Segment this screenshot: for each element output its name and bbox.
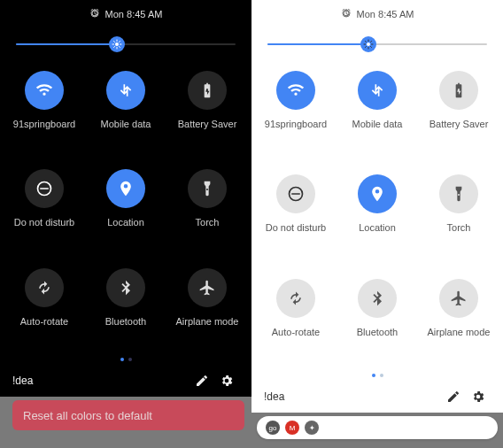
mobiledata-icon[interactable] bbox=[358, 71, 397, 110]
wifi-icon[interactable] bbox=[25, 71, 64, 110]
tile-airplane[interactable]: Airplane mode bbox=[418, 279, 499, 367]
tile-label: Torch bbox=[447, 222, 471, 233]
tile-label: Bluetooth bbox=[357, 327, 398, 337]
tile-label: Airplane mode bbox=[176, 316, 239, 327]
quicksettings-panel-light: Mon 8:45 AM91springboardMobile dataBatte… bbox=[252, 0, 503, 413]
pager-dots bbox=[252, 367, 503, 382]
location-icon[interactable] bbox=[106, 169, 145, 208]
brightness-thumb[interactable] bbox=[360, 36, 376, 52]
tile-label: Torch bbox=[196, 217, 220, 228]
tile-label: 91springboard bbox=[265, 119, 327, 129]
tile-auto-rotate[interactable]: Auto-rotate bbox=[4, 268, 85, 351]
tile-battery-saver[interactable]: Battery Saver bbox=[418, 71, 499, 158]
brightness-thumb[interactable] bbox=[109, 36, 125, 52]
tile-auto-rotate[interactable]: Auto-rotate bbox=[255, 279, 337, 367]
tile-label: Battery Saver bbox=[178, 119, 237, 129]
brightness-fill bbox=[16, 43, 117, 45]
tile-label: Auto-rotate bbox=[20, 316, 68, 327]
notification-bar[interactable]: goM✦ bbox=[257, 416, 498, 439]
tile-mobile-data[interactable]: Mobile data bbox=[337, 71, 418, 158]
brightness-slider[interactable] bbox=[16, 34, 236, 55]
status-time: Mon 8:45 AM bbox=[105, 9, 163, 19]
tile-torch[interactable]: Torch bbox=[166, 169, 248, 251]
pager-dot[interactable] bbox=[380, 374, 383, 377]
battery-icon[interactable] bbox=[439, 71, 478, 110]
tile-torch[interactable]: Torch bbox=[418, 174, 499, 262]
bluetooth-icon[interactable] bbox=[358, 279, 397, 318]
alarm-icon bbox=[341, 8, 352, 20]
tiles-grid: 91springboardMobile dataBattery SaverDo … bbox=[0, 60, 252, 351]
tile-label: Location bbox=[107, 217, 144, 228]
tile-label: Battery Saver bbox=[429, 119, 489, 129]
quicksettings-panel-dark: Mon 8:45 AM91springboardMobile dataBatte… bbox=[0, 0, 252, 397]
tile-label: Auto-rotate bbox=[272, 327, 320, 337]
pager-dot[interactable] bbox=[120, 358, 124, 361]
rotate-icon[interactable] bbox=[25, 268, 64, 307]
tile-mobile-data[interactable]: Mobile data bbox=[85, 71, 166, 153]
status-time: Mon 8:45 AM bbox=[357, 9, 414, 19]
tile-battery-saver[interactable]: Battery Saver bbox=[166, 71, 248, 153]
panel-footer: !dea bbox=[0, 367, 252, 397]
notif-app-icon[interactable]: go bbox=[266, 421, 280, 435]
pager-dots bbox=[0, 351, 252, 367]
tile-bluetooth[interactable]: Bluetooth bbox=[337, 279, 418, 367]
location-icon[interactable] bbox=[358, 174, 397, 213]
status-bar: Mon 8:45 AM bbox=[0, 5, 252, 23]
tile-label: Do not disturb bbox=[14, 217, 74, 228]
tile-label: Location bbox=[359, 222, 396, 233]
tile-bluetooth[interactable]: Bluetooth bbox=[85, 268, 166, 351]
carrier-label: !dea bbox=[264, 390, 441, 403]
brightness-slider[interactable] bbox=[267, 34, 487, 55]
tile-airplane[interactable]: Airplane mode bbox=[166, 268, 248, 351]
tile-label: 91springboard bbox=[13, 119, 75, 129]
wifi-icon[interactable] bbox=[276, 71, 315, 110]
tile-dnd[interactable]: Do not disturb bbox=[4, 169, 85, 251]
tile-label: Mobile data bbox=[101, 119, 151, 129]
mobiledata-icon[interactable] bbox=[106, 71, 145, 110]
tile-label: Bluetooth bbox=[105, 316, 146, 327]
tile-location[interactable]: Location bbox=[337, 174, 418, 262]
airplane-icon[interactable] bbox=[188, 268, 227, 307]
bluetooth-icon[interactable] bbox=[106, 268, 145, 307]
alarm-icon bbox=[89, 8, 100, 20]
tile-dnd[interactable]: Do not disturb bbox=[255, 174, 337, 262]
tiles-grid: 91springboardMobile dataBattery SaverDo … bbox=[252, 60, 503, 367]
tile-wifi[interactable]: 91springboard bbox=[4, 71, 85, 153]
rotate-icon[interactable] bbox=[276, 279, 315, 318]
notif-app-icon[interactable]: M bbox=[285, 421, 299, 435]
carrier-label: !dea bbox=[12, 375, 190, 387]
tile-location[interactable]: Location bbox=[85, 169, 166, 251]
pager-dot[interactable] bbox=[128, 358, 132, 361]
tile-wifi[interactable]: 91springboard bbox=[255, 71, 337, 158]
settings-button[interactable] bbox=[466, 390, 491, 404]
quicksettings-panels: Mon 8:45 AM91springboardMobile dataBatte… bbox=[0, 0, 503, 413]
tile-label: Mobile data bbox=[352, 119, 403, 129]
dnd-icon[interactable] bbox=[25, 169, 64, 208]
dnd-icon[interactable] bbox=[276, 174, 315, 213]
airplane-icon[interactable] bbox=[439, 279, 478, 318]
battery-icon[interactable] bbox=[188, 71, 227, 110]
pager-dot[interactable] bbox=[372, 374, 375, 377]
brightness-fill bbox=[267, 43, 368, 45]
torch-icon[interactable] bbox=[188, 169, 227, 208]
edit-button[interactable] bbox=[190, 374, 214, 388]
tile-label: Airplane mode bbox=[428, 327, 491, 337]
edit-button[interactable] bbox=[441, 390, 466, 404]
notif-app-icon[interactable]: ✦ bbox=[305, 421, 319, 435]
torch-icon[interactable] bbox=[439, 174, 478, 213]
status-bar: Mon 8:45 AM bbox=[252, 5, 503, 23]
settings-button[interactable] bbox=[214, 374, 239, 388]
panel-footer: !dea bbox=[252, 382, 503, 413]
tile-label: Do not disturb bbox=[266, 222, 326, 233]
